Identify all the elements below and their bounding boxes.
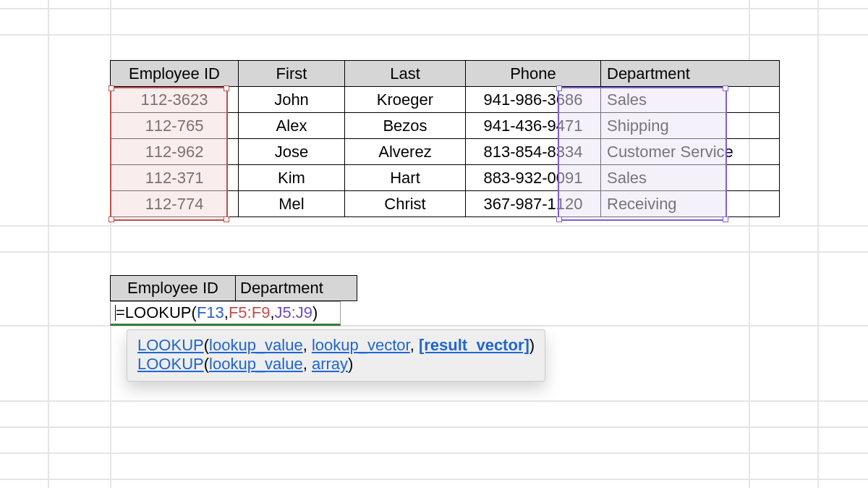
function-tooltip[interactable]: LOOKUP(lookup_value, lookup_vector, [res… xyxy=(127,329,545,382)
formula-arg-lookup-vector: F5:F9 xyxy=(229,303,270,322)
cell-phone[interactable]: 941-986-3686 xyxy=(466,87,601,113)
cell-dept[interactable]: Customer Service xyxy=(601,139,780,165)
cell-id[interactable]: 112-765 xyxy=(111,113,239,139)
cell-phone[interactable]: 883-932-0091 xyxy=(466,165,601,191)
cell-id[interactable]: 112-962 xyxy=(111,139,239,165)
cell-id[interactable]: 112-774 xyxy=(111,191,239,217)
cell-first[interactable]: John xyxy=(239,87,345,113)
tooltip-arg[interactable]: lookup_value xyxy=(209,336,303,354)
tooltip-arg[interactable]: array xyxy=(312,355,348,373)
col-header-last[interactable]: Last xyxy=(345,61,466,87)
table-row[interactable]: 112-3623 John Kroeger 941-986-3686 Sales xyxy=(111,87,780,113)
cell-phone[interactable]: 941-436-9471 xyxy=(466,113,601,139)
cell-last[interactable]: Bezos xyxy=(345,113,466,139)
tooltip-syntax-line[interactable]: LOOKUP(lookup_value, array) xyxy=(137,355,535,374)
cell-phone[interactable]: 367-987-1120 xyxy=(466,191,601,217)
cell-first[interactable]: Kim xyxy=(239,165,345,191)
cell-last[interactable]: Kroeger xyxy=(345,87,466,113)
tooltip-arg[interactable]: lookup_vector xyxy=(312,336,410,354)
formula-text: =LOOKUP( xyxy=(116,303,197,322)
tooltip-fn-name[interactable]: LOOKUP xyxy=(137,336,204,354)
table-row[interactable]: 112-774 Mel Christ 367-987-1120 Receivin… xyxy=(111,191,780,217)
cell-first[interactable]: Jose xyxy=(239,139,345,165)
table-row[interactable]: 112-962 Jose Alverez 813-854-8334 Custom… xyxy=(111,139,780,165)
cell-last[interactable]: Alverez xyxy=(345,139,466,165)
cell-dept[interactable]: Sales xyxy=(601,87,780,113)
cell-id[interactable]: 112-3623 xyxy=(111,87,239,113)
cell-id[interactable]: 112-371 xyxy=(111,165,239,191)
col-header-first[interactable]: First xyxy=(239,61,345,87)
cell-first[interactable]: Alex xyxy=(239,113,345,139)
col-header-phone[interactable]: Phone xyxy=(466,61,601,87)
table-row[interactable]: 112-765 Alex Bezos 941-436-9471 Shipping xyxy=(111,113,780,139)
col-header-department[interactable]: Department xyxy=(601,61,780,87)
tooltip-arg-current[interactable]: [result_vector] xyxy=(419,336,529,354)
tooltip-arg[interactable]: lookup_value xyxy=(209,355,303,373)
lookup-header-employee-id[interactable]: Employee ID xyxy=(111,276,236,301)
formula-cell[interactable]: =LOOKUP( F13 , F5:F9 , J5:J9 ) xyxy=(110,301,341,326)
lookup-header-department[interactable]: Department xyxy=(236,276,357,301)
spreadsheet-viewport[interactable]: Employee ID First Last Phone Department … xyxy=(0,0,868,488)
cell-phone[interactable]: 813-854-8334 xyxy=(466,139,601,165)
lookup-table-headers[interactable]: Employee ID Department xyxy=(110,275,357,301)
cell-first[interactable]: Mel xyxy=(239,191,345,217)
table-header-row: Employee ID First Last Phone Department xyxy=(111,61,780,87)
cell-dept[interactable]: Sales xyxy=(601,165,780,191)
formula-arg-lookup-value: F13 xyxy=(197,303,224,322)
col-header-employee-id[interactable]: Employee ID xyxy=(111,61,239,87)
tooltip-syntax-line[interactable]: LOOKUP(lookup_value, lookup_vector, [res… xyxy=(137,336,535,355)
cell-last[interactable]: Christ xyxy=(345,191,466,217)
cell-last[interactable]: Hart xyxy=(345,165,466,191)
tooltip-fn-name[interactable]: LOOKUP xyxy=(137,355,204,373)
employee-table[interactable]: Employee ID First Last Phone Department … xyxy=(110,60,780,217)
formula-arg-result-vector: J5:J9 xyxy=(275,303,313,322)
formula-text: ) xyxy=(312,303,318,322)
cell-dept[interactable]: Shipping xyxy=(601,113,780,139)
cell-dept[interactable]: Receiving xyxy=(601,191,780,217)
table-row[interactable]: 112-371 Kim Hart 883-932-0091 Sales xyxy=(111,165,780,191)
